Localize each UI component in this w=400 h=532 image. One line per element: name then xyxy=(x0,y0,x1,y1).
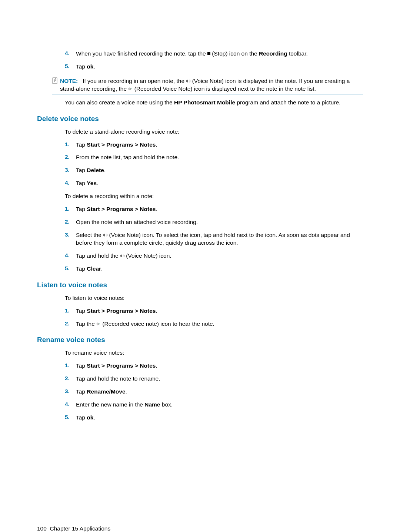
svg-point-1 xyxy=(129,88,131,90)
step-text: Tap ok. xyxy=(76,414,363,422)
step-number: 1. xyxy=(65,307,76,315)
step-number: 2. xyxy=(65,375,76,383)
paragraph: To listen to voice notes: xyxy=(65,294,363,302)
voice-note-icon xyxy=(186,78,190,84)
voice-note-icon xyxy=(120,252,124,259)
paragraph: You can also create a voice note using t… xyxy=(65,99,363,107)
note-callout: NOTE: If you are recording in an open no… xyxy=(52,76,363,94)
voice-note-icon xyxy=(103,232,107,238)
step-text: Tap Yes. xyxy=(76,180,363,187)
step-text: Open the note with an attached voice rec… xyxy=(76,218,363,226)
note-icon xyxy=(52,77,60,93)
list-item: 3. Select the (Voice Note) icon. To sele… xyxy=(65,231,363,247)
list-item: 2. Tap the (Recorded voice note) icon to… xyxy=(65,320,363,328)
step-text: Tap the (Recorded voice note) icon to he… xyxy=(76,320,363,328)
step-text: Tap Start > Programs > Notes. xyxy=(76,362,363,370)
step-text: Tap ok. xyxy=(76,63,363,71)
step-number: 4. xyxy=(65,50,76,58)
section-heading-delete: Delete voice notes xyxy=(37,115,363,123)
step-text: Tap and hold the note to rename. xyxy=(76,375,363,383)
svg-point-2 xyxy=(97,323,99,325)
step-text: Tap and hold the (Voice Note) icon. xyxy=(76,252,363,260)
step-text: Tap Clear. xyxy=(76,265,363,273)
section-heading-rename: Rename voice notes xyxy=(37,336,363,344)
list-item: 1. Tap Start > Programs > Notes. xyxy=(65,141,363,149)
step-text: Tap Delete. xyxy=(76,167,363,174)
list-item: 4. Enter the new name in the Name box. xyxy=(65,401,363,409)
stop-icon xyxy=(207,52,210,55)
note-text: NOTE: If you are recording in an open no… xyxy=(60,77,363,93)
step-text: When you have finished recording the not… xyxy=(76,50,363,58)
list-item: 1. Tap Start > Programs > Notes. xyxy=(65,307,363,315)
list-item: 1. Tap Start > Programs > Notes. xyxy=(65,205,363,213)
step-text: Tap Start > Programs > Notes. xyxy=(76,141,363,149)
step-number: 4. xyxy=(65,180,76,187)
step-number: 5. xyxy=(65,63,76,71)
step-number: 3. xyxy=(65,231,76,247)
step-number: 2. xyxy=(65,154,76,161)
list-item: 4. Tap Yes. xyxy=(65,180,363,187)
step-text: Enter the new name in the Name box. xyxy=(76,401,363,409)
step-number: 1. xyxy=(65,362,76,370)
page-number: 100 xyxy=(37,525,47,532)
list-item: 5. Tap Clear. xyxy=(65,265,363,273)
list-item: 5. Tap ok. xyxy=(65,63,363,71)
list-item: 1. Tap Start > Programs > Notes. xyxy=(65,362,363,370)
chapter-label: Chapter 15 Applications xyxy=(50,525,111,532)
recorded-voice-note-icon xyxy=(128,86,133,92)
svg-rect-0 xyxy=(53,78,57,84)
step-text: From the note list, tap and hold the not… xyxy=(76,154,363,161)
list-item: 4. Tap and hold the (Voice Note) icon. xyxy=(65,252,363,260)
step-number: 5. xyxy=(65,265,76,273)
list-item: 3. Tap Delete. xyxy=(65,167,363,174)
list-item: 3. Tap Rename/Move. xyxy=(65,388,363,396)
step-text: Tap Start > Programs > Notes. xyxy=(76,205,363,213)
step-number: 1. xyxy=(65,205,76,213)
step-number: 2. xyxy=(65,218,76,226)
step-number: 4. xyxy=(65,401,76,409)
page-footer: 100 Chapter 15 Applications xyxy=(37,525,363,532)
step-number: 4. xyxy=(65,252,76,260)
step-number: 1. xyxy=(65,141,76,149)
paragraph: To delete a recording within a note: xyxy=(65,193,363,200)
step-number: 2. xyxy=(65,320,76,328)
step-number: 5. xyxy=(65,414,76,422)
recorded-voice-note-icon xyxy=(96,321,101,327)
list-item: 2. Tap and hold the note to rename. xyxy=(65,375,363,383)
step-number: 3. xyxy=(65,167,76,174)
step-text: Tap Rename/Move. xyxy=(76,388,363,396)
step-text: Select the (Voice Note) icon. To select … xyxy=(76,231,363,247)
paragraph: To rename voice notes: xyxy=(65,349,363,357)
paragraph: To delete a stand-alone recording voice … xyxy=(65,128,363,136)
list-item: 2. From the note list, tap and hold the … xyxy=(65,154,363,161)
step-number: 3. xyxy=(65,388,76,396)
list-item: 4. When you have finished recording the … xyxy=(65,50,363,58)
section-heading-listen: Listen to voice notes xyxy=(37,281,363,289)
document-page: 4. When you have finished recording the … xyxy=(0,0,400,532)
list-item: 2. Open the note with an attached voice … xyxy=(65,218,363,226)
step-text: Tap Start > Programs > Notes. xyxy=(76,307,363,315)
list-item: 5. Tap ok. xyxy=(65,414,363,422)
